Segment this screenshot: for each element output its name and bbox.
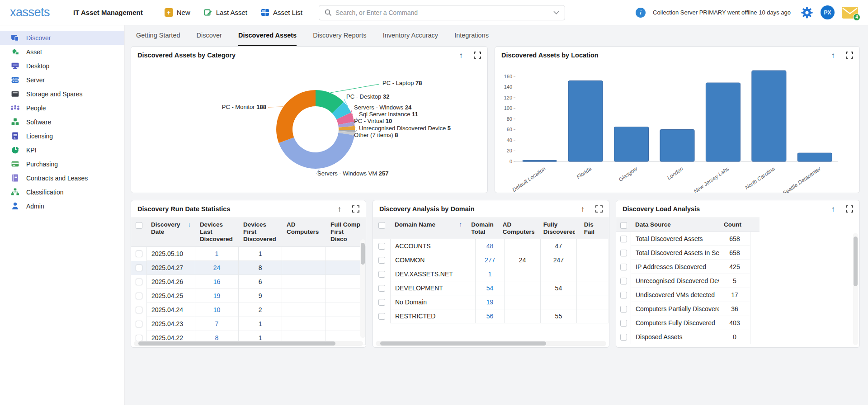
table-row[interactable]: Unrecognised Discovered Devices5 (616, 274, 859, 288)
cell-link[interactable]: 19 (213, 292, 221, 299)
table-row[interactable]: 2025.04.26166 (131, 275, 366, 289)
row-checkbox[interactable] (136, 307, 142, 313)
command-search[interactable] (319, 5, 565, 20)
column-header[interactable]: Devices Last Discovered (195, 218, 239, 246)
sidebar-item-people[interactable]: People (0, 101, 124, 115)
expand-icon[interactable] (846, 52, 853, 59)
row-checkbox[interactable] (378, 257, 385, 264)
export-up-arrow-icon[interactable]: ↑ (831, 52, 835, 59)
sidebar-item-licensing[interactable]: Licensing (0, 129, 124, 143)
cell-link[interactable]: 16 (213, 278, 221, 285)
expand-icon[interactable] (474, 52, 481, 59)
row-checkbox[interactable] (620, 292, 627, 298)
tab-discovered-assets[interactable]: Discovered Assets (238, 32, 297, 46)
sidebar-item-classification[interactable]: Classification (0, 185, 124, 199)
cell-link[interactable]: 1 (488, 270, 492, 278)
column-header[interactable]: Count (719, 218, 750, 232)
select-all-checkbox[interactable] (620, 222, 627, 229)
info-icon[interactable]: i (636, 8, 646, 18)
table-row[interactable]: Undiscovered VMs detected17 (616, 288, 859, 302)
sidebar-item-server[interactable]: Server (0, 73, 124, 87)
table-row[interactable]: Total Discovered Assets658 (616, 232, 859, 246)
table-row[interactable]: No Domain19 (373, 295, 609, 309)
row-checkbox[interactable] (136, 335, 142, 341)
table-row[interactable]: COMMON27724247 (373, 253, 609, 267)
horizontal-scrollbar[interactable] (134, 341, 363, 346)
row-checkbox[interactable] (620, 320, 627, 327)
table-row[interactable]: DEVELOPMENT5454 (373, 281, 609, 295)
column-header[interactable]: Domain Total (467, 218, 498, 239)
sidebar-item-purchasing[interactable]: Purchasing (0, 157, 124, 171)
row-checkbox[interactable] (136, 251, 142, 257)
vertical-scrollbar[interactable] (360, 239, 365, 338)
row-checkbox[interactable] (378, 271, 385, 278)
table-row[interactable]: DEV.XASSETS.NET1 (373, 267, 609, 281)
table-row[interactable]: RESTRICTED5655 (373, 309, 609, 323)
cell-link[interactable]: 1 (215, 250, 219, 257)
sidebar-item-storage-and-spares[interactable]: Storage and Spares (0, 87, 124, 101)
table-row[interactable]: 2025.05.1011 (131, 247, 366, 261)
mail-icon[interactable]: 4 (842, 7, 858, 19)
column-header[interactable]: Discovery Date↓ (146, 218, 195, 239)
row-checkbox[interactable] (378, 285, 385, 292)
table-row[interactable]: 2025.04.2371 (131, 317, 366, 331)
row-checkbox[interactable] (136, 293, 142, 299)
cell-link[interactable]: 8 (215, 334, 219, 341)
tab-integrations[interactable]: Integrations (454, 32, 489, 46)
chevron-down-icon[interactable] (553, 11, 559, 14)
cell-link[interactable]: 24 (213, 264, 221, 271)
table-row[interactable]: 2025.04.27248 (131, 261, 366, 275)
row-checkbox[interactable] (620, 264, 627, 270)
expand-icon[interactable] (846, 205, 853, 213)
table-row[interactable]: ACCOUNTS4847 (373, 239, 609, 253)
row-checkbox[interactable] (620, 334, 627, 341)
export-up-arrow-icon[interactable]: ↑ (338, 205, 342, 213)
new-button[interactable]: + New (165, 8, 190, 17)
table-row[interactable]: Computers Fully Discovered403 (616, 316, 859, 330)
scrollbar-thumb[interactable] (854, 237, 858, 286)
column-header[interactable]: Dis Fail (580, 218, 609, 239)
export-up-arrow-icon[interactable]: ↑ (831, 205, 835, 213)
sidebar-item-discover[interactable]: Discover (0, 31, 124, 45)
bar[interactable] (752, 71, 786, 161)
column-header[interactable]: AD Computers (498, 218, 539, 239)
donut-slice[interactable] (276, 90, 316, 143)
table-row[interactable]: 2025.04.24102 (131, 303, 366, 317)
last-asset-button[interactable]: Last Asset (204, 8, 247, 17)
bar[interactable] (706, 83, 740, 161)
sidebar-item-asset[interactable]: Asset (0, 45, 124, 59)
search-input[interactable] (335, 9, 550, 16)
scrollbar-thumb[interactable] (361, 243, 365, 265)
horizontal-scrollbar[interactable] (376, 341, 606, 346)
table-row[interactable]: Disposed Assets0 (616, 330, 859, 344)
column-header[interactable]: Full Comp First Disco (326, 218, 366, 246)
select-all-checkbox[interactable] (136, 222, 142, 229)
bar[interactable] (614, 127, 649, 161)
column-header[interactable]: AD Computers (282, 218, 326, 239)
column-header[interactable]: Domain Name↑ (390, 218, 467, 232)
row-checkbox[interactable] (620, 250, 627, 256)
row-checkbox[interactable] (620, 278, 627, 284)
bar[interactable] (523, 161, 557, 161)
cell-link[interactable]: 10 (213, 306, 221, 313)
sidebar-item-kpi[interactable]: KPI (0, 143, 124, 157)
tab-discovery-reports[interactable]: Discovery Reports (313, 32, 366, 46)
tab-discover[interactable]: Discover (197, 32, 222, 46)
row-checkbox[interactable] (378, 243, 385, 250)
column-header[interactable]: Data Source (631, 218, 719, 232)
scrollbar-thumb[interactable] (138, 341, 335, 346)
sidebar-item-admin[interactable]: Admin (0, 199, 124, 213)
select-all-checkbox[interactable] (378, 222, 385, 229)
sidebar-item-desktop[interactable]: Desktop (0, 59, 124, 73)
expand-icon[interactable] (352, 205, 359, 213)
export-up-arrow-icon[interactable]: ↑ (581, 205, 585, 213)
table-row[interactable]: Total Discovered Assets In Service658 (616, 246, 859, 260)
row-checkbox[interactable] (378, 313, 385, 320)
cell-link[interactable]: 54 (486, 284, 494, 292)
row-checkbox[interactable] (136, 265, 142, 271)
cell-link[interactable]: 19 (486, 298, 494, 306)
table-row[interactable]: 2025.04.25199 (131, 289, 366, 303)
cell-link[interactable]: 277 (485, 256, 495, 264)
row-checkbox[interactable] (378, 299, 385, 306)
row-checkbox[interactable] (136, 279, 142, 285)
